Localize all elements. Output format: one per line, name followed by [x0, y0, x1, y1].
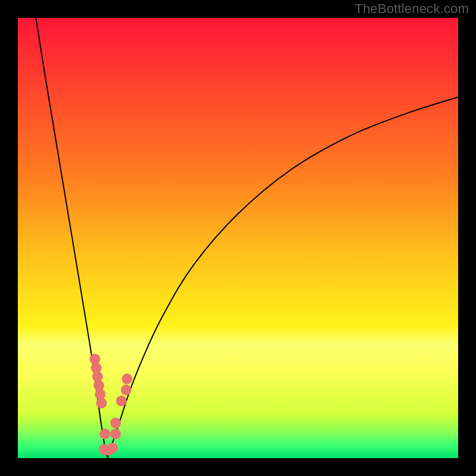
data-marker — [96, 398, 107, 409]
chart-frame: TheBottleneck.com — [0, 0, 476, 476]
watermark-text: TheBottleneck.com — [355, 1, 469, 17]
data-marker — [100, 428, 111, 439]
gradient-background — [18, 18, 458, 458]
data-marker — [107, 443, 118, 453]
data-marker — [110, 428, 121, 439]
data-marker — [121, 384, 131, 395]
data-marker — [116, 396, 127, 406]
data-marker — [110, 418, 121, 428]
data-marker — [122, 374, 133, 384]
bottleneck-chart — [0, 0, 476, 476]
